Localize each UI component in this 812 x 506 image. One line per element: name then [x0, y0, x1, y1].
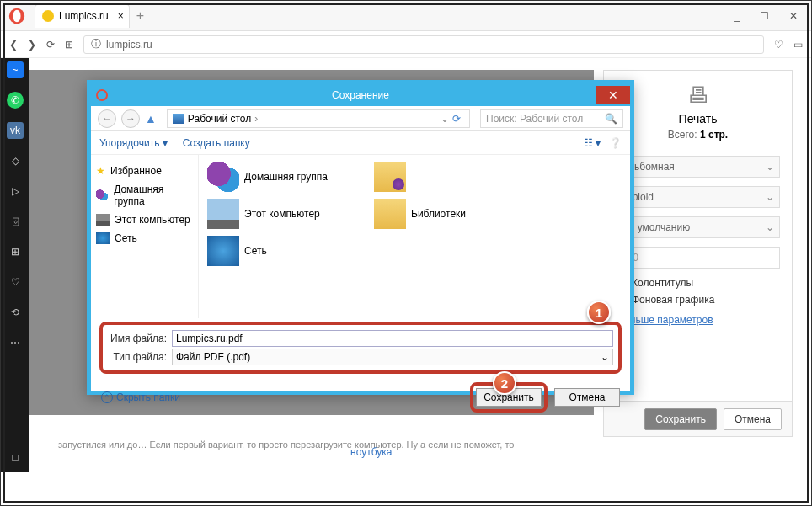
nav-back-icon[interactable]: ❮	[9, 39, 18, 51]
vk-icon[interactable]: vk	[7, 122, 24, 139]
nav-reload-icon[interactable]: ⟳	[46, 39, 55, 51]
file-this-pc[interactable]: Этот компьютер	[207, 199, 367, 229]
whatsapp-icon[interactable]: ✆	[7, 92, 24, 109]
search-placeholder: Поиск: Рабочий стол	[486, 113, 583, 125]
dialog-titlebar: Сохранение ✕	[91, 84, 630, 106]
margins-select[interactable]: По умолчанию⌄	[616, 216, 780, 238]
side-network[interactable]: Сеть	[96, 229, 193, 248]
dialog-title: Сохранение	[332, 89, 389, 101]
dialog-file-area: Домашняя группа Этот компьютер Библиотек…	[199, 155, 630, 318]
file-network[interactable]: Сеть	[207, 236, 367, 266]
search-input[interactable]: Поиск: Рабочий стол 🔍	[480, 109, 623, 128]
dialog-close-button[interactable]: ✕	[596, 86, 630, 104]
collapse-icon[interactable]: □	[7, 449, 24, 466]
dialog-app-icon	[96, 89, 108, 101]
nav-back-button[interactable]: ←	[98, 109, 116, 128]
browser-tab-bar: Lumpics.ru × + _ ☐ ✕	[1, 1, 811, 31]
annotation-badge-2: 2	[493, 371, 516, 395]
browser-tab[interactable]: Lumpics.ru ×	[35, 4, 130, 28]
speed-dial-icon[interactable]: ⊞	[65, 39, 73, 51]
page-text-snippet: запустился или до… Если первый вариант, …	[58, 439, 514, 451]
paper-select[interactable]: Tabloid⌄	[616, 186, 780, 208]
print-cancel-button[interactable]: Отмена	[724, 408, 782, 430]
filename-input[interactable]: Lumpics.ru.pdf	[172, 330, 613, 347]
camera-icon[interactable]: ⌻	[7, 213, 24, 230]
address-input[interactable]: ⓘ lumpics.ru	[83, 35, 764, 54]
hide-folders-button[interactable]: ⌃Скрыть папки	[101, 391, 180, 403]
page-link[interactable]: ноутбука	[350, 446, 392, 458]
filetype-label: Тип файла:	[108, 351, 172, 363]
filetype-select[interactable]: Файл PDF (.pdf)⌄	[172, 349, 613, 365]
dialog-cancel-button[interactable]: Отмена	[554, 388, 620, 407]
location-breadcrumb[interactable]: Рабочий стол › ⌄ ⟳	[167, 109, 470, 128]
address-toolbar: ❮ ❯ ⟳ ⊞ ⓘ lumpics.ru ♡ ▭	[1, 31, 811, 58]
site-info-icon[interactable]: ⓘ	[91, 37, 101, 51]
annotation-badge-1: 1	[587, 301, 611, 324]
organize-button[interactable]: Упорядочить ▾	[99, 137, 168, 149]
play-icon[interactable]: ▷	[7, 183, 24, 200]
location-text: Рабочий стол	[188, 113, 251, 125]
side-homegroup[interactable]: Домашняя группа	[96, 180, 193, 210]
history-icon[interactable]: ⟲	[7, 304, 24, 321]
refresh-icon[interactable]: ⟳	[452, 113, 461, 125]
desktop-icon	[173, 114, 184, 124]
tab-favicon	[42, 10, 54, 22]
view-options-button[interactable]: ☷ ▾	[584, 137, 601, 149]
dialog-toolbar: Упорядочить ▾ Создать папку ☷ ▾ ❔	[91, 131, 630, 155]
dialog-sidebar: ★Избранное Домашняя группа Этот компьюте…	[91, 155, 199, 318]
svg-point-1	[13, 9, 20, 22]
save-dialog: Сохранение ✕ ← → ▲ Рабочий стол › ⌄ ⟳ По…	[87, 80, 634, 395]
nav-up-button[interactable]: ▲	[145, 112, 157, 125]
dialog-nav: ← → ▲ Рабочий стол › ⌄ ⟳ Поиск: Рабочий …	[91, 106, 630, 131]
window-close-icon[interactable]: ✕	[789, 10, 798, 22]
heart-icon[interactable]: ♡	[7, 274, 24, 290]
file-libraries[interactable]: Библиотеки	[374, 199, 534, 229]
bookmark-icon[interactable]: ♡	[774, 39, 783, 51]
more-icon[interactable]: ⋯	[7, 334, 24, 351]
background-checkbox[interactable]: ✓Фоновая графика	[616, 294, 780, 306]
new-folder-button[interactable]: Создать папку	[183, 137, 250, 149]
nav-forward-icon[interactable]: ❯	[28, 39, 36, 51]
sidebar-toggle-icon[interactable]: ▭	[793, 39, 803, 51]
print-save-button[interactable]: Сохранить	[644, 408, 717, 430]
new-tab-button[interactable]: +	[136, 8, 144, 24]
tab-title: Lumpics.ru	[59, 10, 109, 22]
messenger-sidebar: ~ ✆ vk ◇ ▷ ⌻ ⊞ ♡ ⟲ ⋯ □	[1, 58, 29, 472]
side-favorites[interactable]: ★Избранное	[96, 162, 193, 180]
scale-input[interactable]: 100	[616, 247, 780, 269]
filename-label: Имя файла:	[108, 333, 172, 344]
side-this-pc[interactable]: Этот компьютер	[96, 210, 193, 229]
nav-forward-button[interactable]: →	[121, 109, 140, 128]
window-maximize-icon[interactable]: ☐	[760, 10, 769, 22]
opera-menu-icon[interactable]	[8, 7, 26, 25]
window-minimize-icon[interactable]: _	[734, 10, 740, 22]
grid-icon[interactable]: ⊞	[7, 243, 24, 260]
filename-group: Имя файла: Lumpics.ru.pdf Тип файла: Фай…	[99, 322, 622, 374]
orientation-select[interactable]: Альбомная⌄	[616, 156, 780, 178]
chat-icon[interactable]: ◇	[7, 152, 24, 169]
file-user-folder[interactable]	[374, 162, 534, 192]
search-icon: 🔍	[605, 113, 617, 125]
url-text: lumpics.ru	[106, 39, 152, 51]
headers-checkbox[interactable]: ✓Колонтитулы	[616, 277, 780, 289]
file-homegroup[interactable]: Домашняя группа	[207, 162, 367, 192]
help-icon[interactable]: ❔	[609, 137, 622, 149]
tab-close-icon[interactable]: ×	[118, 10, 124, 22]
fb-messenger-icon[interactable]: ~	[7, 61, 24, 78]
